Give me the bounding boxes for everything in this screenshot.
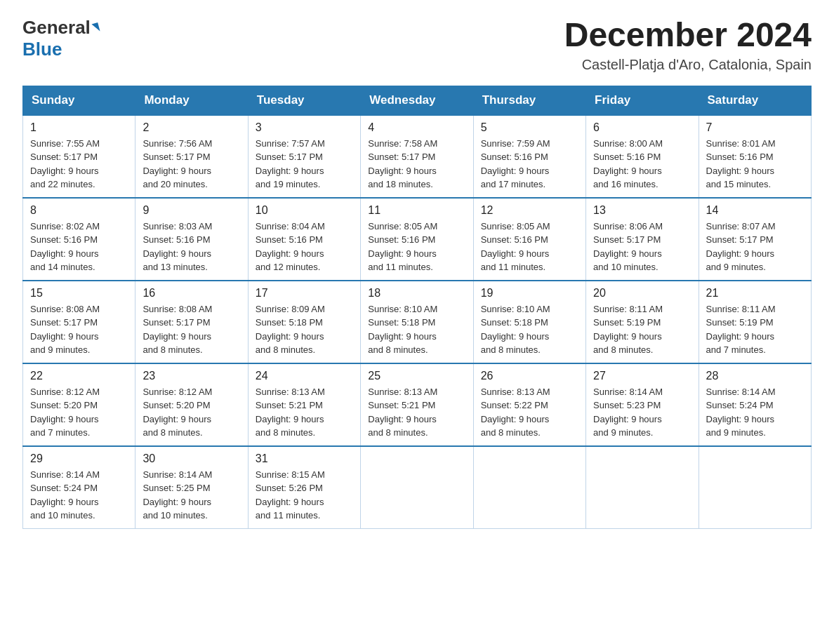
day-info: Sunrise: 8:08 AM Sunset: 5:17 PM Dayligh… (30, 302, 128, 357)
day-info: Sunrise: 7:58 AM Sunset: 5:17 PM Dayligh… (368, 137, 465, 192)
location-title: Castell-Platja d'Aro, Catalonia, Spain (564, 57, 812, 73)
day-number: 18 (368, 287, 465, 300)
day-number: 13 (593, 204, 691, 217)
day-info: Sunrise: 8:13 AM Sunset: 5:21 PM Dayligh… (256, 385, 353, 440)
table-row: 20 Sunrise: 8:11 AM Sunset: 5:19 PM Dayl… (586, 281, 699, 363)
day-number: 4 (368, 121, 465, 134)
title-area: December 2024 Castell-Platja d'Aro, Cata… (564, 17, 812, 73)
day-number: 22 (30, 370, 128, 382)
table-row: 2 Sunrise: 7:56 AM Sunset: 5:17 PM Dayli… (135, 115, 248, 198)
calendar-week-row: 8 Sunrise: 8:02 AM Sunset: 5:16 PM Dayli… (23, 198, 812, 281)
day-info: Sunrise: 8:00 AM Sunset: 5:16 PM Dayligh… (593, 137, 691, 192)
month-title: December 2024 (564, 17, 812, 54)
table-row: 7 Sunrise: 8:01 AM Sunset: 5:16 PM Dayli… (699, 115, 811, 198)
col-wednesday: Wednesday (361, 86, 473, 115)
day-number: 1 (30, 121, 128, 134)
day-number: 8 (30, 204, 128, 217)
day-number: 29 (30, 452, 128, 465)
day-number: 24 (256, 370, 353, 382)
day-info: Sunrise: 8:04 AM Sunset: 5:16 PM Dayligh… (256, 220, 353, 274)
table-row (586, 446, 699, 529)
calendar-week-row: 15 Sunrise: 8:08 AM Sunset: 5:17 PM Dayl… (23, 281, 812, 363)
day-info: Sunrise: 8:08 AM Sunset: 5:17 PM Dayligh… (143, 302, 240, 357)
day-info: Sunrise: 8:03 AM Sunset: 5:16 PM Dayligh… (143, 220, 240, 274)
header-row: Sunday Monday Tuesday Wednesday Thursday… (23, 86, 812, 115)
table-row: 1 Sunrise: 7:55 AM Sunset: 5:17 PM Dayli… (23, 115, 135, 198)
table-row: 24 Sunrise: 8:13 AM Sunset: 5:21 PM Dayl… (248, 363, 360, 446)
day-info: Sunrise: 8:11 AM Sunset: 5:19 PM Dayligh… (706, 302, 804, 357)
table-row: 6 Sunrise: 8:00 AM Sunset: 5:16 PM Dayli… (586, 115, 699, 198)
table-row: 28 Sunrise: 8:14 AM Sunset: 5:24 PM Dayl… (699, 363, 811, 446)
day-info: Sunrise: 8:11 AM Sunset: 5:19 PM Dayligh… (593, 302, 691, 357)
calendar-week-row: 1 Sunrise: 7:55 AM Sunset: 5:17 PM Dayli… (23, 115, 812, 198)
table-row: 27 Sunrise: 8:14 AM Sunset: 5:23 PM Dayl… (586, 363, 699, 446)
calendar-table: Sunday Monday Tuesday Wednesday Thursday… (22, 86, 812, 529)
table-row: 25 Sunrise: 8:13 AM Sunset: 5:21 PM Dayl… (361, 363, 473, 446)
day-number: 11 (368, 204, 465, 217)
col-friday: Friday (586, 86, 699, 115)
day-number: 20 (593, 287, 691, 300)
table-row: 30 Sunrise: 8:14 AM Sunset: 5:25 PM Dayl… (135, 446, 248, 529)
table-row: 9 Sunrise: 8:03 AM Sunset: 5:16 PM Dayli… (135, 198, 248, 281)
calendar-week-row: 29 Sunrise: 8:14 AM Sunset: 5:24 PM Dayl… (23, 446, 812, 529)
day-number: 27 (593, 370, 691, 382)
calendar-week-row: 22 Sunrise: 8:12 AM Sunset: 5:20 PM Dayl… (23, 363, 812, 446)
day-number: 2 (143, 121, 240, 134)
day-number: 14 (706, 204, 804, 217)
table-row: 15 Sunrise: 8:08 AM Sunset: 5:17 PM Dayl… (23, 281, 135, 363)
day-number: 6 (593, 121, 691, 134)
day-number: 16 (143, 287, 240, 300)
day-number: 19 (481, 287, 578, 300)
table-row: 14 Sunrise: 8:07 AM Sunset: 5:17 PM Dayl… (699, 198, 811, 281)
table-row: 21 Sunrise: 8:11 AM Sunset: 5:19 PM Dayl… (699, 281, 811, 363)
day-info: Sunrise: 8:07 AM Sunset: 5:17 PM Dayligh… (706, 220, 804, 274)
table-row: 19 Sunrise: 8:10 AM Sunset: 5:18 PM Dayl… (473, 281, 585, 363)
table-row: 17 Sunrise: 8:09 AM Sunset: 5:18 PM Dayl… (248, 281, 360, 363)
day-number: 25 (368, 370, 465, 382)
day-info: Sunrise: 8:10 AM Sunset: 5:18 PM Dayligh… (481, 302, 578, 357)
day-number: 10 (256, 204, 353, 217)
col-thursday: Thursday (473, 86, 585, 115)
page-header: General Blue December 2024 Castell-Platj… (22, 17, 812, 73)
day-info: Sunrise: 8:15 AM Sunset: 5:26 PM Dayligh… (256, 468, 353, 523)
table-row: 4 Sunrise: 7:58 AM Sunset: 5:17 PM Dayli… (361, 115, 473, 198)
table-row: 8 Sunrise: 8:02 AM Sunset: 5:16 PM Dayli… (23, 198, 135, 281)
day-info: Sunrise: 8:09 AM Sunset: 5:18 PM Dayligh… (256, 302, 353, 357)
day-number: 7 (706, 121, 804, 134)
day-number: 15 (30, 287, 128, 300)
table-row: 31 Sunrise: 8:15 AM Sunset: 5:26 PM Dayl… (248, 446, 360, 529)
day-number: 23 (143, 370, 240, 382)
table-row (699, 446, 811, 529)
day-info: Sunrise: 8:06 AM Sunset: 5:17 PM Dayligh… (593, 220, 691, 274)
table-row: 11 Sunrise: 8:05 AM Sunset: 5:16 PM Dayl… (361, 198, 473, 281)
day-number: 31 (256, 452, 353, 465)
logo-triangle-icon (91, 22, 100, 33)
col-sunday: Sunday (23, 86, 135, 115)
table-row: 12 Sunrise: 8:05 AM Sunset: 5:16 PM Dayl… (473, 198, 585, 281)
col-tuesday: Tuesday (248, 86, 360, 115)
day-info: Sunrise: 7:59 AM Sunset: 5:16 PM Dayligh… (481, 137, 578, 192)
day-info: Sunrise: 8:14 AM Sunset: 5:24 PM Dayligh… (706, 385, 804, 440)
logo-general: General (22, 17, 99, 39)
table-row: 13 Sunrise: 8:06 AM Sunset: 5:17 PM Dayl… (586, 198, 699, 281)
day-number: 12 (481, 204, 578, 217)
day-info: Sunrise: 8:13 AM Sunset: 5:21 PM Dayligh… (368, 385, 465, 440)
day-info: Sunrise: 8:10 AM Sunset: 5:18 PM Dayligh… (368, 302, 465, 357)
day-info: Sunrise: 7:57 AM Sunset: 5:17 PM Dayligh… (256, 137, 353, 192)
day-info: Sunrise: 8:01 AM Sunset: 5:16 PM Dayligh… (706, 137, 804, 192)
day-number: 28 (706, 370, 804, 382)
day-number: 9 (143, 204, 240, 217)
table-row: 5 Sunrise: 7:59 AM Sunset: 5:16 PM Dayli… (473, 115, 585, 198)
table-row: 23 Sunrise: 8:12 AM Sunset: 5:20 PM Dayl… (135, 363, 248, 446)
day-number: 21 (706, 287, 804, 300)
day-number: 5 (481, 121, 578, 134)
day-info: Sunrise: 8:14 AM Sunset: 5:25 PM Dayligh… (143, 468, 240, 523)
table-row: 26 Sunrise: 8:13 AM Sunset: 5:22 PM Dayl… (473, 363, 585, 446)
table-row (361, 446, 473, 529)
logo: General Blue (22, 17, 99, 60)
day-number: 3 (256, 121, 353, 134)
day-info: Sunrise: 7:55 AM Sunset: 5:17 PM Dayligh… (30, 137, 128, 192)
day-info: Sunrise: 8:02 AM Sunset: 5:16 PM Dayligh… (30, 220, 128, 274)
table-row: 3 Sunrise: 7:57 AM Sunset: 5:17 PM Dayli… (248, 115, 360, 198)
table-row: 10 Sunrise: 8:04 AM Sunset: 5:16 PM Dayl… (248, 198, 360, 281)
